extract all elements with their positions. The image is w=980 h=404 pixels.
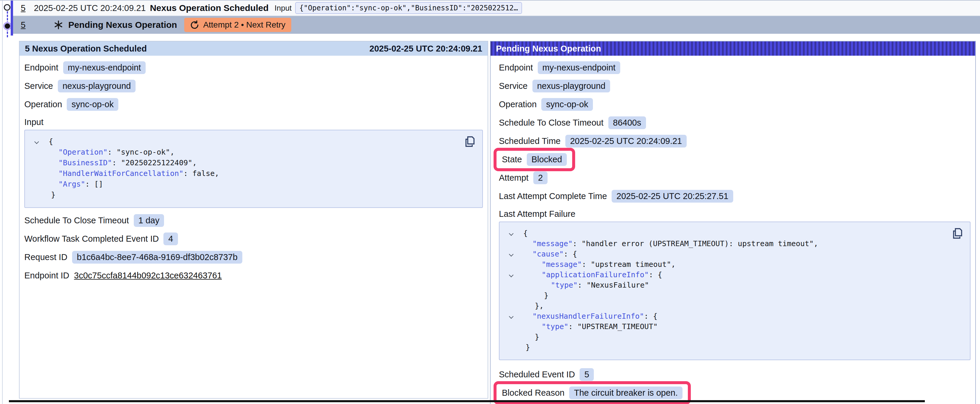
input-json-block: {"Operation": "sync-op-ok","BusinessID":… [24, 130, 483, 208]
event-id-link[interactable]: 5 [21, 3, 25, 13]
json-key: "message" [542, 260, 582, 269]
page-left-border [2, 1, 3, 404]
left-card-header: 5 Nexus Operation Scheduled 2025-02-25 U… [19, 41, 488, 56]
json-key: "type" [551, 281, 578, 289]
field-row-scheduled-event-id: Scheduled Event ID5 [499, 368, 970, 381]
field-row-endpoint: Endpointmy-nexus-endpoint [24, 61, 483, 74]
json-line: } [523, 342, 963, 352]
field-label: Schedule To Close Timeout [24, 215, 129, 225]
annotation-highlight-box: StateBlocked [493, 148, 575, 171]
field-row-schedule-to-close-timeout: Schedule To Close Timeout86400s [499, 116, 970, 130]
field-label: Scheduled Time [499, 136, 561, 146]
field-value-badge: 4 [164, 233, 178, 245]
pending-title: Pending Nexus Operation [68, 20, 177, 30]
field-value-badge: my-nexus-endpoint [63, 61, 146, 74]
field-label: Scheduled Event ID [499, 370, 575, 379]
failure-json-block: {"message": "handler error (UPSTREAM_TIM… [499, 222, 970, 360]
field-label: Endpoint [24, 63, 59, 73]
json-line: "nexusHandlerFailureInfo": { [523, 311, 963, 322]
pending-asterisk-icon [54, 21, 63, 29]
collapse-chevron-icon[interactable] [509, 315, 513, 318]
field-row-operation: Operationsync-op-ok [24, 98, 483, 111]
field-value-badge: Blocked [527, 153, 567, 166]
field-label: Attempt [499, 173, 528, 183]
event-timestamp: 2025-02-25 UTC 20:24:09.21 [34, 3, 146, 13]
left-card-title: 5 Nexus Operation Scheduled [25, 44, 147, 54]
field-value-badge: sync-op-ok [541, 98, 593, 111]
json-text: : "UPSTREAM_TIMEOUT" [568, 322, 658, 331]
field-row-blocked-reason: Blocked ReasonThe circuit breaker is ope… [499, 386, 970, 399]
json-line: "BusinessID": "20250225122409", [49, 158, 475, 168]
json-text: : "upstream timeout", [582, 260, 675, 269]
field-label: Service [24, 81, 53, 91]
event-row-nexus-operation-scheduled[interactable]: 5 2025-02-25 UTC 20:24:09.21 Nexus Opera… [13, 1, 980, 16]
field-row-state: StateBlocked [499, 153, 970, 166]
event-title: Nexus Operation Scheduled [150, 3, 269, 13]
field-row-schedule-to-close-timeout: Schedule To Close Timeout1 day [24, 214, 483, 227]
json-line: "HandlerWaitForCancellation": false, [49, 168, 475, 179]
json-text: : "NexusFailure" [578, 281, 649, 289]
field-row-operation: Operationsync-op-ok [499, 98, 970, 111]
field-row-endpoint: Endpointmy-nexus-endpoint [499, 61, 970, 74]
json-key: "type" [542, 322, 568, 331]
pending-id-link[interactable]: 5 [21, 20, 25, 30]
field-row-service: Servicenexus-playground [499, 79, 970, 93]
pending-nexus-operation-card: Pending Nexus Operation Endpointmy-nexus… [490, 41, 976, 404]
copy-icon[interactable] [951, 227, 963, 240]
json-line: "message": "handler error (UPSTREAM_TIME… [523, 238, 963, 249]
json-line: "message": "upstream timeout", [523, 259, 963, 269]
json-text: : "sync-op-ok", [108, 148, 175, 156]
attempt-retry-text: Attempt 2 • Next Retry [203, 20, 285, 30]
attempt-retry-badge: Attempt 2 • Next Retry [184, 18, 291, 32]
left-card-time: 2025-02-25 UTC 20:24:09.21 [369, 44, 482, 54]
json-text: } [544, 291, 549, 300]
json-line: "Args": [] [49, 179, 475, 190]
json-text: : { [563, 250, 577, 258]
selected-rows-accent-bar [11, 1, 13, 36]
field-label: Schedule To Close Timeout [499, 118, 604, 128]
copy-icon[interactable] [464, 135, 476, 148]
collapse-chevron-icon[interactable] [509, 273, 513, 277]
field-value-badge: nexus-playground [58, 80, 136, 92]
event-input-label: Input [275, 3, 292, 13]
collapse-chevron-icon[interactable] [509, 232, 513, 236]
field-value-badge: sync-op-ok [67, 98, 118, 111]
timeline-node-open-icon [4, 4, 10, 11]
json-text: } [51, 190, 56, 199]
json-line: { [523, 228, 963, 238]
field-row-request-id: Request IDb1c6a4bc-8ee7-468a-9169-df3b02… [24, 250, 483, 264]
json-line: } [523, 332, 963, 342]
field-value-badge: 5 [579, 368, 594, 381]
json-line: "cause": { [523, 249, 963, 259]
input-section-label: Input [24, 116, 483, 128]
nexus-operation-scheduled-card: 5 Nexus Operation Scheduled 2025-02-25 U… [19, 41, 488, 399]
collapse-chevron-icon[interactable] [509, 253, 513, 256]
json-text: } [526, 343, 530, 352]
field-value-badge: 86400s [608, 116, 646, 129]
collapse-chevron-icon[interactable] [35, 140, 38, 144]
json-text: : { [644, 312, 657, 320]
json-text: } [535, 333, 539, 341]
json-line: } [49, 190, 475, 200]
event-row-pending-nexus-operation[interactable]: 5 Pending Nexus Operation Attempt 2 • Ne… [13, 16, 980, 34]
field-label: State [502, 155, 522, 165]
json-text: { [49, 137, 53, 146]
field-row-service: Servicenexus-playground [24, 79, 483, 93]
json-text: : { [649, 271, 662, 279]
field-value-link[interactable]: 3c0c75ccfa8144b092c13ce632463761 [74, 271, 222, 280]
field-value-badge: b1c6a4bc-8ee7-468a-9169-df3b02c8737b [72, 251, 242, 264]
field-label: Endpoint [499, 63, 533, 73]
field-label: Operation [24, 100, 62, 109]
field-value-badge: 2025-02-25 UTC 20:25:27.51 [612, 190, 733, 203]
json-text: : [] [85, 180, 103, 189]
json-key: "BusinessID" [59, 158, 112, 167]
json-text: : "handler error (UPSTREAM_TIMEOUT): ups… [573, 239, 818, 248]
field-label: Operation [499, 100, 536, 109]
field-row-endpoint-id: Endpoint ID3c0c75ccfa8144b092c13ce632463… [24, 269, 483, 282]
json-line: "applicationFailureInfo": { [523, 269, 963, 280]
field-label: Endpoint ID [24, 271, 69, 280]
field-value-badge: my-nexus-endpoint [538, 61, 620, 74]
right-card-header: Pending Nexus Operation [491, 41, 975, 56]
json-key: "Args" [59, 180, 85, 189]
json-line: "Operation": "sync-op-ok", [49, 147, 475, 158]
